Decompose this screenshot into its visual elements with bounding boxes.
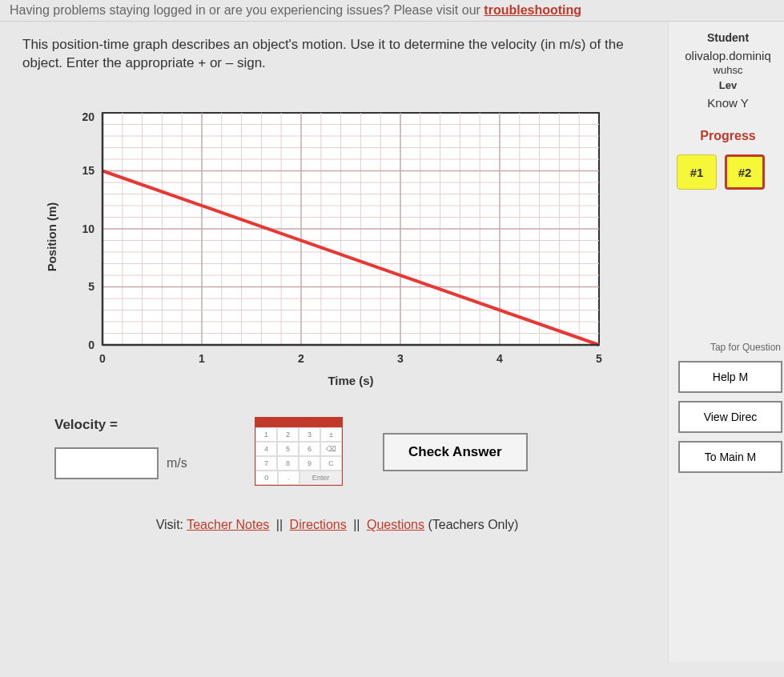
check-answer-button[interactable]: Check Answer <box>383 433 528 471</box>
teacher-notes-link[interactable]: Teacher Notes <box>187 518 269 531</box>
level-label: Lev <box>672 79 784 91</box>
activity-name: Know Y <box>672 96 784 110</box>
y-tick-10: 10 <box>82 222 94 235</box>
x-tick-2: 2 <box>298 352 304 365</box>
x-tick-5: 5 <box>596 352 602 365</box>
progress-item-1[interactable]: #1 <box>677 154 717 190</box>
number-keypad[interactable]: 123± 456⌫ 789C 0.Enter <box>255 417 343 486</box>
top-banner: Having problems staying logged in or are… <box>0 0 784 22</box>
progress-item-2[interactable]: #2 <box>725 154 765 190</box>
view-directions-button[interactable]: View Direc <box>678 401 782 433</box>
y-tick-15: 15 <box>82 164 94 177</box>
questions-link[interactable]: Questions <box>367 518 424 531</box>
main-content: This position-time graph describes an ob… <box>0 22 668 662</box>
question-text: This position-time graph describes an ob… <box>22 36 652 73</box>
student-heading: Student <box>672 31 784 44</box>
velocity-input[interactable] <box>54 447 159 479</box>
x-tick-3: 3 <box>397 352 404 365</box>
directions-link[interactable]: Directions <box>290 518 347 531</box>
velocity-unit: m/s <box>167 456 187 471</box>
footer-prefix: Visit: <box>156 518 187 531</box>
troubleshooting-link[interactable]: troubleshooting <box>484 3 581 17</box>
velocity-label: Velocity = <box>54 417 215 433</box>
y-tick-20: 20 <box>82 110 94 123</box>
y-tick-0: 0 <box>88 338 94 351</box>
y-tick-5: 5 <box>88 280 94 293</box>
tap-hint: Tap for Question <box>672 342 784 353</box>
footer-links: Visit: Teacher Notes || Directions || Qu… <box>22 518 652 532</box>
x-axis-label: Time (s) <box>328 374 373 387</box>
footer-suffix: (Teachers Only) <box>428 518 518 531</box>
answer-row: Velocity = m/s 123± 456⌫ 789C 0.Enter Ch… <box>54 417 652 486</box>
help-button[interactable]: Help M <box>678 361 782 393</box>
position-time-chart: 0 1 2 3 4 5 0 5 10 15 20 <box>38 97 652 393</box>
x-tick-0: 0 <box>99 352 106 365</box>
to-main-button[interactable]: To Main M <box>678 441 782 473</box>
sidebar: Student olivalop.dominiq wuhsc Lev Know … <box>668 22 784 662</box>
x-tick-1: 1 <box>199 352 205 365</box>
student-name: olivalop.dominiq <box>672 49 784 62</box>
progress-boxes: #1 #2 <box>672 154 784 190</box>
banner-text: Having problems staying logged in or are… <box>10 3 484 17</box>
student-school: wuhsc <box>672 64 784 76</box>
x-tick-4: 4 <box>497 352 503 365</box>
y-axis-label: Position (m) <box>45 202 58 272</box>
progress-heading: Progress <box>672 129 784 143</box>
